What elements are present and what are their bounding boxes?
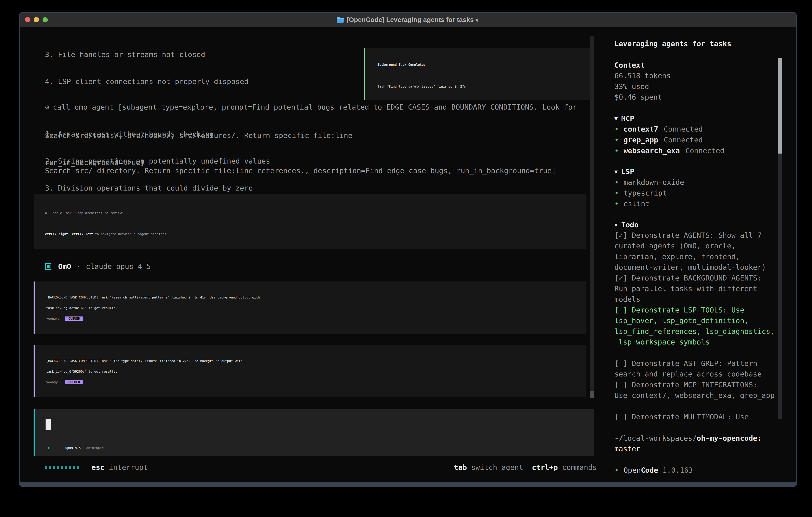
zoom-button[interactable] — [42, 17, 48, 22]
tab-key-label: switch agent — [467, 463, 523, 471]
status-dot-icon: • — [614, 189, 619, 197]
window-titlebar: [OpenCode] Leveraging agents for tasks ◐ — [20, 13, 796, 27]
mcp-name: websearch_exa — [624, 146, 680, 155]
bug-item: 1. Array access without bounds checking — [45, 129, 322, 139]
todo-list: [✓] Demonstrate AGENTS: Show all 7 curat… — [614, 230, 790, 475]
context-heading: Context — [614, 60, 645, 71]
task-card-line1: [BACKGROUND TASK COMPLETED] Task "Resear… — [46, 292, 260, 303]
search-line: Search src/ directory. Return specific f… — [45, 165, 556, 176]
sidebar-scrollbar[interactable] — [778, 58, 782, 419]
tab-key-hint[interactable]: tab — [454, 463, 467, 471]
workspace-prefix: ~/local-workspaces/ — [614, 434, 697, 442]
agent-square-icon — [45, 263, 51, 270]
status-badge: QUEUED — [65, 380, 83, 384]
task-card-meta: yeongyu QUEUED — [46, 377, 83, 387]
mcp-heading: MCP — [621, 114, 634, 123]
status-right: tab switch agent ctrl+p commands — [454, 463, 597, 471]
chevron-down-icon: ▼ — [614, 168, 617, 175]
input-agent-name[interactable]: OmO — [46, 446, 51, 450]
version-number: 1.0.163 — [658, 466, 693, 474]
input-meta-row: OmO Opus 4.5 Anthropic — [46, 443, 104, 453]
chat-scrollbar[interactable] — [590, 35, 594, 398]
mcp-status: Connected — [664, 125, 703, 133]
mcp-section-header[interactable]: ▼ MCP — [614, 113, 634, 124]
todo-line: [✓] Demonstrate BACKGROUND AGENTS: — [614, 273, 790, 283]
todo-line — [614, 401, 790, 411]
task-card-line1: [BACKGROUND TASK COMPLETED] Task "Find t… — [46, 356, 242, 366]
status-left: esc interrupt — [45, 463, 148, 471]
brand-open: Open — [624, 466, 641, 474]
task-author: yeongyu — [46, 317, 60, 321]
gear-icon: ⚙ — [45, 103, 49, 111]
todo-line: [ ] Demonstrate LSP TOOLS: Use — [614, 305, 790, 315]
mcp-name: context7 — [624, 125, 658, 133]
notification-toast[interactable]: Background Task Completed Task "Find typ… — [364, 48, 591, 100]
esc-key-hint[interactable]: esc — [91, 463, 105, 471]
oracle-shortcut-row: ctrl+x right, ctrl+x left to navigate be… — [45, 229, 166, 239]
toast-title: Background Task Completed — [377, 59, 426, 70]
input-provider: Anthropic — [86, 446, 104, 450]
todo-line: lsp_hover, lsp_goto_definition, — [614, 315, 790, 326]
ctrlp-key-hint[interactable]: ctrl+p — [523, 463, 558, 471]
sidebar-scrollbar-thumb[interactable] — [778, 58, 782, 154]
session-title: Leveraging agents for tasks — [614, 38, 731, 49]
todo-line: document-writer, multimodal-looker) — [614, 262, 790, 272]
mcp-item: • context7 Connected — [614, 124, 703, 134]
todo-line: [ ] Demonstrate AST-GREP: Pattern — [614, 358, 790, 369]
oracle-task-title-row: ◉ Oracle Task "Deep architecture review" — [45, 208, 124, 218]
target-icon: ◉ — [45, 211, 47, 215]
agent-row[interactable]: OmO · claude-opus-4-5 — [45, 261, 151, 272]
chevron-down-icon: ▼ — [614, 115, 617, 121]
todo-line: curated agents (OmO, oracle, — [614, 241, 790, 251]
shortcut-keys: ctrl+x right, ctrl+x left — [45, 232, 93, 236]
status-badge: QUEUED — [65, 317, 83, 321]
task-card[interactable]: [BACKGROUND TASK COMPLETED] Task "Resear… — [34, 281, 586, 334]
blank-line — [614, 454, 790, 465]
context-spent: $0.46 spent — [614, 92, 662, 102]
toast-body: Task "Find type safety issues" finished … — [377, 81, 468, 92]
shortcut-desc: to navigate between subagent sessions — [93, 232, 166, 236]
window-title-group: [OpenCode] Leveraging agents for tasks ◐ — [336, 16, 480, 24]
status-dot-icon: • — [614, 136, 619, 144]
todo-line: Run parallel tasks with different — [614, 283, 790, 294]
status-bar: esc interrupt tab switch agent ctrl+p co… — [45, 462, 597, 472]
lsp-item: • markdown-oxide — [614, 177, 684, 188]
close-button[interactable] — [25, 17, 30, 22]
todo-line: lsp_find_references, lsp_diagnostics, — [614, 326, 790, 337]
todo-section-header[interactable]: ▼ Todo — [614, 219, 639, 230]
brand-code: Code — [641, 466, 658, 474]
input-model[interactable]: Opus 4.5 — [65, 446, 81, 450]
lsp-section-header[interactable]: ▼ LSP — [614, 166, 634, 177]
task-card-meta: yeongyu QUEUED — [46, 313, 83, 324]
todo-line — [614, 347, 790, 358]
version-row: •OpenCode 1.0.163 — [614, 465, 790, 475]
folder-icon — [336, 17, 344, 23]
lsp-name: eslint — [624, 199, 649, 208]
status-dot-icon: • — [614, 146, 619, 155]
prompt-input[interactable]: OmO Opus 4.5 Anthropic — [34, 409, 594, 456]
todo-heading: Todo — [621, 221, 639, 229]
todo-line: [ ] Demonstrate MULTIMODAL: Use — [614, 411, 790, 422]
mcp-status: Connected — [685, 146, 724, 155]
workspace-branch: master — [614, 443, 790, 454]
lsp-heading: LSP — [621, 167, 634, 176]
status-dot-icon: • — [614, 125, 619, 133]
terminal-content: 3. File handles or streams not closed 4.… — [20, 27, 796, 483]
task-card[interactable]: [BACKGROUND TASK COMPLETED] Task "Find t… — [34, 345, 586, 397]
todo-line: librarian, explore, frontend, — [614, 251, 790, 262]
chat-line: 4. LSP client connections not properly d… — [45, 76, 352, 87]
bug-item: 2. String operations on potentially unde… — [45, 156, 322, 166]
task-author: yeongyu — [46, 380, 60, 384]
traffic-lights — [25, 17, 48, 22]
agent-model: claude-opus-4-5 — [86, 262, 151, 271]
chat-scrollbar-thumb[interactable] — [590, 391, 594, 398]
lsp-name: typescript — [624, 189, 667, 197]
oracle-task-title: Oracle Task "Deep architecture review" — [51, 211, 124, 215]
minimize-button[interactable] — [34, 17, 39, 22]
text-cursor — [46, 419, 51, 430]
todo-line: [✓] Demonstrate AGENTS: Show all 7 — [614, 230, 790, 241]
lsp-item: • typescript — [614, 188, 667, 198]
bug-item: 3. Division operations that could divide… — [45, 183, 322, 193]
oracle-task-box[interactable]: ◉ Oracle Task "Deep architecture review"… — [34, 194, 586, 249]
task-card-line2: task_id="bg_dcfac161" to get results. — [46, 303, 117, 313]
